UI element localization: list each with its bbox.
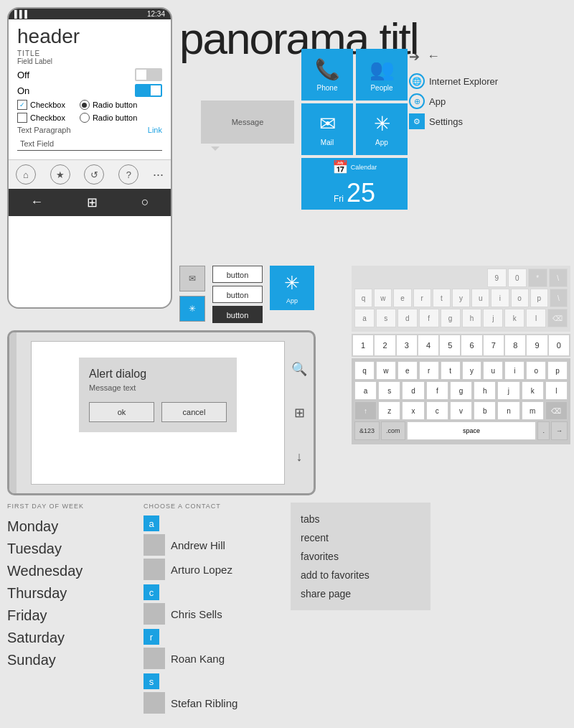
forward-arrow-icon[interactable]: ➔: [409, 49, 420, 65]
contact-stefan-ribling[interactable]: Stefan Ribling: [144, 692, 280, 714]
key-j2[interactable]: j: [483, 309, 503, 327]
key-x3[interactable]: x: [402, 401, 424, 420]
people-tile[interactable]: 👥 People: [356, 49, 408, 101]
key-backspace3[interactable]: ⌫: [545, 401, 568, 420]
button-2[interactable]: button: [212, 286, 263, 303]
key-4[interactable]: 4: [418, 335, 438, 355]
key-o3[interactable]: o: [526, 361, 546, 380]
day-friday[interactable]: Friday: [7, 605, 140, 627]
key-symbol[interactable]: &123: [354, 421, 380, 440]
key-0[interactable]: 0: [508, 269, 527, 287]
key-s2[interactable]: s: [376, 309, 396, 327]
key-y3[interactable]: y: [462, 361, 482, 380]
key-e3[interactable]: e: [397, 361, 418, 380]
key-t3[interactable]: t: [441, 361, 461, 380]
radio-2-item[interactable]: Radio button: [80, 113, 137, 123]
day-monday[interactable]: Monday: [7, 515, 140, 538]
key-q[interactable]: q: [354, 289, 372, 307]
toggle-off[interactable]: [135, 68, 162, 81]
calendar-tile[interactable]: 📅 Calendar Fri 25: [301, 158, 408, 210]
menu-item-settings[interactable]: ⚙ Settings: [409, 113, 498, 129]
key-pipe[interactable]: \: [550, 289, 568, 307]
key-2[interactable]: 2: [375, 335, 395, 355]
key-shift[interactable]: ↑: [354, 401, 377, 420]
key-f2[interactable]: f: [419, 309, 439, 327]
home-icon[interactable]: ⌂: [16, 164, 36, 185]
menu-item-app[interactable]: ⊕ App: [409, 93, 498, 109]
contact-roan-kang[interactable]: Roan Kang: [144, 648, 280, 669]
key-u3[interactable]: u: [483, 361, 503, 380]
key-9b[interactable]: 9: [527, 335, 547, 355]
alert-ok-button[interactable]: ok: [89, 402, 154, 422]
day-tuesday[interactable]: Tuesday: [7, 538, 140, 560]
tab-share-page[interactable]: share page: [301, 584, 420, 603]
button-1[interactable]: button: [212, 266, 263, 283]
radio-1-item[interactable]: Radio button: [80, 100, 137, 110]
key-g2[interactable]: g: [441, 309, 461, 327]
key-h3[interactable]: h: [474, 381, 496, 400]
checkbox-1-item[interactable]: ✓ Checkbox: [17, 100, 65, 110]
tablet-down-icon[interactable]: ↓: [296, 449, 303, 465]
tablet-search-icon[interactable]: 🔍: [291, 361, 307, 377]
key-m3[interactable]: m: [522, 401, 544, 420]
key-space[interactable]: space: [407, 421, 537, 440]
key-backslash[interactable]: \: [549, 269, 568, 287]
key-3[interactable]: 3: [397, 335, 417, 355]
key-u[interactable]: u: [471, 289, 489, 307]
checkbox-2-box[interactable]: [17, 113, 27, 123]
contact-andrew-hill[interactable]: Andrew Hill: [144, 534, 280, 556]
key-v3[interactable]: v: [450, 401, 472, 420]
key-s3[interactable]: s: [378, 381, 400, 400]
checkbox-2-item[interactable]: Checkbox: [17, 113, 65, 123]
key-9[interactable]: 9: [487, 269, 506, 287]
radio-1-dot[interactable]: [80, 100, 90, 110]
help-icon[interactable]: ?: [118, 164, 138, 185]
key-c3[interactable]: c: [426, 401, 448, 420]
key-n3[interactable]: n: [497, 401, 519, 420]
key-l3[interactable]: l: [545, 381, 568, 400]
key-i[interactable]: i: [491, 289, 509, 307]
key-o[interactable]: o: [511, 289, 529, 307]
day-sunday[interactable]: Sunday: [7, 649, 140, 671]
phone-tile[interactable]: 📞 Phone: [301, 49, 353, 101]
app-small-tile[interactable]: ✳ App: [270, 266, 314, 310]
search-icon[interactable]: ○: [141, 195, 149, 210]
key-i3[interactable]: i: [504, 361, 524, 380]
key-k2[interactable]: k: [504, 309, 524, 327]
star-icon[interactable]: ★: [50, 164, 70, 185]
link-label[interactable]: Link: [148, 126, 162, 134]
key-q3[interactable]: q: [354, 361, 375, 380]
app-tile[interactable]: ✳ App: [356, 103, 408, 155]
key-f3[interactable]: f: [426, 381, 448, 400]
key-z3[interactable]: z: [378, 401, 400, 420]
key-dotcom[interactable]: .com: [381, 421, 405, 440]
alert-cancel-button[interactable]: cancel: [161, 402, 227, 422]
key-a2[interactable]: a: [354, 309, 375, 327]
key-5[interactable]: 5: [440, 335, 460, 355]
button-3[interactable]: button: [212, 306, 263, 323]
key-d2[interactable]: d: [397, 309, 418, 327]
toggle-on[interactable]: [135, 84, 162, 97]
key-l2[interactable]: l: [526, 309, 546, 327]
key-w3[interactable]: w: [376, 361, 396, 380]
key-1[interactable]: 1: [353, 335, 373, 355]
key-asterisk[interactable]: *: [528, 269, 547, 287]
radio-2-dot[interactable]: [80, 113, 90, 123]
key-0b[interactable]: 0: [549, 335, 569, 355]
key-p[interactable]: p: [530, 289, 548, 307]
key-enter[interactable]: →: [551, 421, 568, 440]
key-h2[interactable]: h: [462, 309, 482, 327]
menu-item-ie[interactable]: 🌐 Internet Explorer: [409, 73, 498, 89]
tab-add-favorites[interactable]: add to favorites: [301, 566, 420, 584]
key-d3[interactable]: d: [402, 381, 424, 400]
key-backspace-top[interactable]: ⌫: [547, 309, 568, 327]
windows-icon[interactable]: ⊞: [87, 195, 98, 210]
refresh-icon[interactable]: ↺: [84, 164, 104, 185]
key-p3[interactable]: p: [547, 361, 568, 380]
key-j3[interactable]: j: [497, 381, 519, 400]
key-b3[interactable]: b: [474, 401, 496, 420]
key-k3[interactable]: k: [522, 381, 544, 400]
key-a3[interactable]: a: [354, 381, 377, 400]
day-thursday[interactable]: Thursday: [7, 582, 140, 605]
key-t[interactable]: t: [433, 289, 451, 307]
